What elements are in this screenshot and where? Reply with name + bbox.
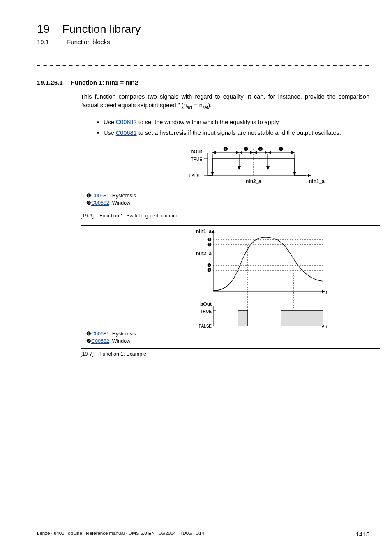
para-sub2: set [203,105,208,110]
svg-rect-43 [238,310,248,326]
bullet-text: to set a hysteresis if the input signals… [137,130,341,136]
link-c00681[interactable]: C00681 [91,331,109,337]
bullet-text: Use [104,130,116,136]
link-c00681[interactable]: C00681 [116,130,137,136]
legend-marker-2: ❷ [86,338,91,345]
bullet-item: Use C00682 to set the window within whic… [97,117,369,127]
section-number: 19.1.26.1 [37,79,63,86]
figure-caption: [19-7] Function 1: Example [81,351,369,357]
true-label: TRUE [191,157,203,162]
chapter-number: 19 [37,23,50,36]
svg-marker-4 [308,174,311,177]
section-heading: 19.1.26.1 Function 1: nIn1 = nIn2 [37,79,369,86]
link-c00682[interactable]: C00682 [91,338,109,344]
marker-1b: ❶ [207,267,212,273]
svg-marker-23 [266,166,270,170]
subsection-number: 19.1 [37,38,49,45]
legend-text: : Hysteresis [109,331,136,337]
legend-row: ❶ C00681: Hysteresis [86,192,136,200]
chapter-title: Function library [62,23,141,36]
example-diagram: nIn1_a t ❶ ❷ nIn2_a ❷ ❶ [81,226,380,348]
bout-label: bOut [200,301,212,307]
page-number: 1415 [356,531,369,538]
page-footer: Lenze · 8400 TopLine · Reference manual … [37,531,369,538]
bullet-list: Use C00682 to set the window within whic… [81,117,369,138]
caption-text: Function 1: Switching performance [99,213,178,219]
nin1a-label: nIn1_a [196,229,212,234]
separator-dashes: _ _ _ _ _ _ _ _ _ _ _ _ _ _ _ _ _ _ _ _ … [37,59,369,66]
intro-paragraph: This function compares two signals with … [81,92,369,111]
link-c00682[interactable]: C00682 [91,200,109,206]
legend-text: : Hysteresis [109,193,136,199]
bullet-text: Use [104,119,116,125]
link-c00681[interactable]: C00681 [91,193,109,199]
svg-marker-7 [236,151,239,154]
false-label: FALSE [199,324,212,328]
legend-row: ❷ C00682: Window [86,338,136,345]
marker-2: ❷ [207,242,212,247]
svg-marker-25 [293,172,296,176]
link-c00682[interactable]: C00682 [116,119,137,125]
svg-marker-17 [291,151,295,154]
marker-1b: ❶ [279,146,284,152]
para-post: ). [208,102,212,109]
figure-caption: [19-6] Function 1: Switching performance [81,213,369,219]
figure-19-6: bOut TRUE FALSE ❶ ❷ [81,145,380,210]
footer-text: Lenze · 8400 TopLine · Reference manual … [37,531,204,538]
legend-marker-2: ❷ [86,200,91,207]
legend-text: : Window [109,338,130,344]
caption-tag: [19-6] [81,213,94,219]
nin2a-label: nIn2_a [196,251,212,257]
svg-marker-14 [265,151,268,154]
svg-marker-29 [322,290,325,293]
legend-row: ❷ C00682: Window [86,200,136,207]
t-label: t [326,290,327,295]
para-sub1: act [187,105,193,110]
subsection-title: Function blocks [67,38,110,45]
marker-1: ❶ [223,146,228,152]
bullet-text: to set the window within which the equal… [137,119,280,125]
figure-legend: ❶ C00681: Hysteresis ❷ C00682: Window [86,192,136,207]
marker-2b: ❷ [258,146,263,152]
svg-marker-16 [268,151,271,154]
bullet-item: Use C00681 to set a hysteresis if the in… [97,127,369,138]
svg-rect-44 [281,310,323,326]
bout-label: bOut [191,149,202,155]
section-title: Function 1: nIn1 = nIn2 [71,79,138,86]
t-label: t [326,325,327,329]
nin2a-label: nIn2_a [246,178,261,184]
svg-marker-9 [239,151,242,154]
svg-marker-21 [238,166,241,170]
figure-legend: ❶ C00681: Hysteresis ❷ C00682: Window [86,331,136,345]
legend-row: ❶ C00681: Hysteresis [86,331,136,338]
legend-marker-1: ❶ [86,331,91,338]
svg-marker-13 [254,151,257,154]
marker-2: ❷ [244,146,249,152]
svg-marker-27 [212,230,215,233]
legend-text: : Window [109,200,130,206]
para-mid: = n [192,102,203,109]
svg-marker-6 [212,151,216,154]
chapter-header: 19 Function library [37,23,369,36]
svg-marker-19 [211,172,214,176]
true-label: TRUE [201,309,212,314]
figure-19-7: nIn1_a t ❶ ❷ nIn2_a ❷ ❶ [81,225,380,349]
svg-marker-10 [250,151,254,154]
caption-text: Function 1: Example [99,351,146,357]
subsection-header: 19.1 Function blocks [37,38,369,45]
caption-tag: [19-7] [81,351,94,357]
false-label: FALSE [189,173,202,178]
legend-marker-1: ❶ [86,192,91,200]
nin1a-label: nIn1_a [309,178,325,184]
para-text: This function compares two signals with … [81,93,369,109]
